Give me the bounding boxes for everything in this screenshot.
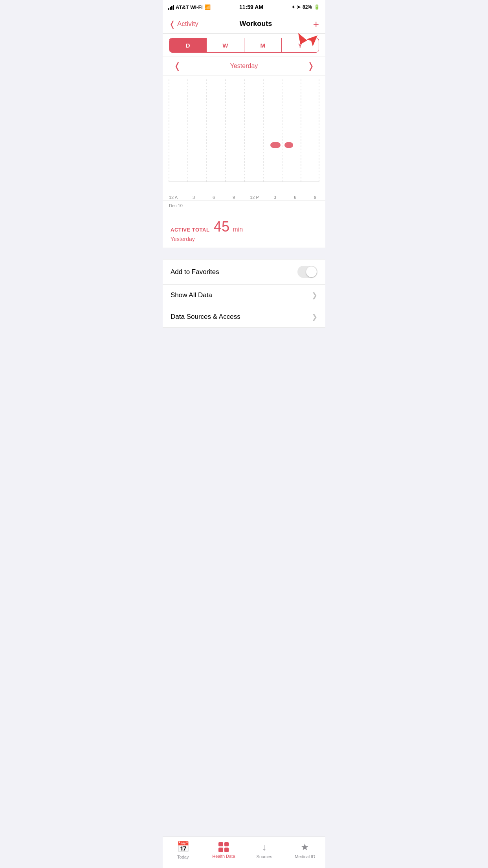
wifi-icon: 📶 (204, 4, 211, 10)
segment-year[interactable]: Y (282, 38, 319, 52)
active-total-date: Yesterday (171, 236, 317, 242)
data-sources-right: ❯ (312, 313, 317, 321)
section-spacer (163, 248, 325, 259)
chart-area (163, 75, 325, 193)
toggle-container (297, 266, 317, 278)
prev-date-button[interactable]: ❬ (171, 60, 184, 72)
segment-week[interactable]: W (207, 38, 244, 52)
svg-rect-11 (270, 142, 281, 148)
time-label-12p: 12 P (250, 195, 259, 200)
date-navigator: ❬ Yesterday ❭ (163, 57, 325, 75)
chart-date-label: Dec 10 (169, 203, 183, 208)
chart-svg (163, 75, 325, 193)
battery-icon: 🔋 (314, 4, 320, 10)
status-bar: AT&T Wi-Fi 📶 11:59 AM ⌖ ➤ 82% 🔋 (163, 0, 325, 14)
time-label-3p: 3 (271, 195, 279, 200)
nav-bar: ❬ Activity Workouts + (163, 14, 325, 34)
active-total-section: ACTIVE TOTAL 45 min Yesterday (163, 212, 325, 248)
back-label: Activity (177, 20, 198, 28)
toggle-knob (306, 267, 317, 277)
data-sources-chevron-icon: ❯ (312, 313, 317, 321)
chart-date-label-row: Dec 10 (163, 201, 325, 212)
show-all-data-item[interactable]: Show All Data ❯ (163, 285, 325, 306)
active-total-label: ACTIVE TOTAL (171, 227, 209, 233)
segment-month[interactable]: M (244, 38, 281, 52)
time-label-6a: 6 (210, 195, 218, 200)
status-time: 11:59 AM (239, 4, 263, 10)
favorites-toggle[interactable] (297, 266, 317, 278)
data-sources-item[interactable]: Data Sources & Access ❯ (163, 306, 325, 327)
time-labels-row: 12 A 3 6 9 12 P 3 6 9 (163, 193, 325, 201)
time-label-6p: 6 (291, 195, 299, 200)
time-label-9a: 9 (230, 195, 238, 200)
show-all-data-right: ❯ (312, 291, 317, 300)
back-button[interactable]: ❬ Activity (169, 19, 198, 29)
time-label-12a: 12 A (169, 195, 178, 200)
show-all-data-label: Show All Data (171, 291, 212, 299)
segment-day[interactable]: D (169, 38, 206, 52)
battery-label: 82% (303, 4, 312, 10)
list-section: Add to Favorites Show All Data ❯ Data So… (163, 259, 325, 328)
signal-icon (168, 5, 174, 10)
time-label-3a: 3 (190, 195, 198, 200)
svg-rect-12 (284, 142, 293, 148)
status-right: ⌖ ➤ 82% 🔋 (292, 4, 320, 10)
page-title: Workouts (239, 20, 272, 28)
status-left: AT&T Wi-Fi 📶 (168, 4, 211, 10)
current-date-label: Yesterday (230, 63, 258, 70)
time-label-9p: 9 (311, 195, 319, 200)
add-to-favorites-label: Add to Favorites (171, 268, 219, 276)
data-sources-label: Data Sources & Access (171, 313, 240, 321)
segment-wrap: D W M Y (169, 38, 319, 53)
active-total-line1: ACTIVE TOTAL 45 min (171, 219, 317, 235)
add-button[interactable]: + (313, 19, 319, 29)
location-icon: ⌖ (292, 4, 295, 10)
back-chevron-icon: ❬ (169, 19, 176, 29)
next-date-button[interactable]: ❭ (304, 60, 317, 72)
active-total-value: 45 (214, 219, 229, 235)
segment-control: D W M Y (163, 34, 325, 57)
active-total-unit: min (233, 226, 243, 233)
carrier-label: AT&T Wi-Fi (176, 4, 203, 10)
add-to-favorites-item[interactable]: Add to Favorites (163, 259, 325, 285)
gps-icon: ➤ (297, 4, 301, 10)
show-all-data-chevron-icon: ❯ (312, 291, 317, 300)
